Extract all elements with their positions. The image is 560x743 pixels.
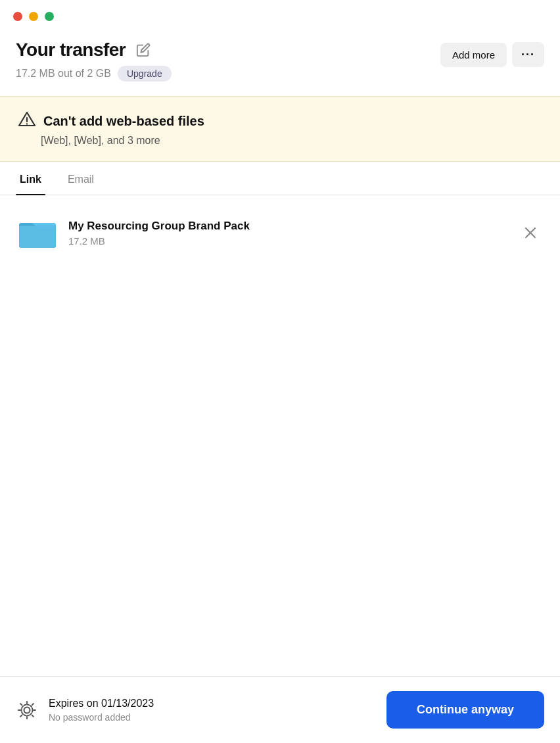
header: Your transfer 17.2 MB out of 2 GB Upgrad… (0, 28, 560, 87)
close-button[interactable] (13, 12, 22, 21)
file-item-left: My Resourcing Group Brand Pack 17.2 MB (18, 216, 250, 249)
file-list: My Resourcing Group Brand Pack 17.2 MB (0, 195, 560, 270)
footer-left: Expires on 01/13/2023 No password added (16, 698, 154, 723)
folder-icon (19, 218, 56, 248)
svg-point-1 (26, 123, 28, 124)
header-left: Your transfer 17.2 MB out of 2 GB Upgrad… (16, 39, 172, 82)
svg-point-6 (24, 707, 30, 713)
close-icon (525, 227, 536, 239)
warning-subtitle: [Web], [Web], and 3 more (18, 135, 542, 147)
gear-icon-wrapper[interactable] (16, 699, 38, 721)
password-text: No password added (49, 712, 154, 723)
subtitle-row: 17.2 MB out of 2 GB Upgrade (16, 66, 172, 82)
tabs: Link Email (0, 164, 560, 195)
edit-icon (136, 43, 151, 57)
upgrade-button[interactable]: Upgrade (118, 66, 172, 82)
title-bar (0, 0, 560, 28)
expires-text: Expires on 01/13/2023 (49, 698, 154, 709)
warning-banner: Can't add web-based files [Web], [Web], … (0, 96, 560, 162)
gear-icon (16, 699, 38, 721)
storage-subtitle: 17.2 MB out of 2 GB (16, 68, 111, 80)
footer: Expires on 01/13/2023 No password added … (0, 676, 560, 743)
more-options-button[interactable]: ··· (512, 42, 544, 67)
fullscreen-button[interactable] (45, 12, 54, 21)
file-name: My Resourcing Group Brand Pack (68, 220, 250, 233)
tab-email[interactable]: Email (64, 164, 98, 195)
header-title-row: Your transfer (16, 39, 172, 60)
warning-title-row: Can't add web-based files (18, 111, 542, 131)
folder-icon-wrapper (18, 216, 57, 249)
file-info: My Resourcing Group Brand Pack 17.2 MB (68, 220, 250, 247)
continue-anyway-button[interactable]: Continue anyway (386, 691, 544, 729)
header-right: Add more ··· (440, 42, 544, 67)
warning-title: Can't add web-based files (43, 114, 204, 129)
page-title: Your transfer (16, 39, 126, 60)
minimize-button[interactable] (29, 12, 38, 21)
footer-info: Expires on 01/13/2023 No password added (49, 698, 154, 723)
file-size: 17.2 MB (68, 235, 250, 247)
svg-point-7 (22, 704, 33, 715)
add-more-button[interactable]: Add more (440, 43, 507, 67)
file-item: My Resourcing Group Brand Pack 17.2 MB (16, 208, 544, 257)
edit-title-button[interactable] (133, 40, 153, 60)
tab-link[interactable]: Link (16, 164, 45, 195)
warning-icon (18, 111, 35, 131)
remove-file-button[interactable] (519, 222, 542, 244)
